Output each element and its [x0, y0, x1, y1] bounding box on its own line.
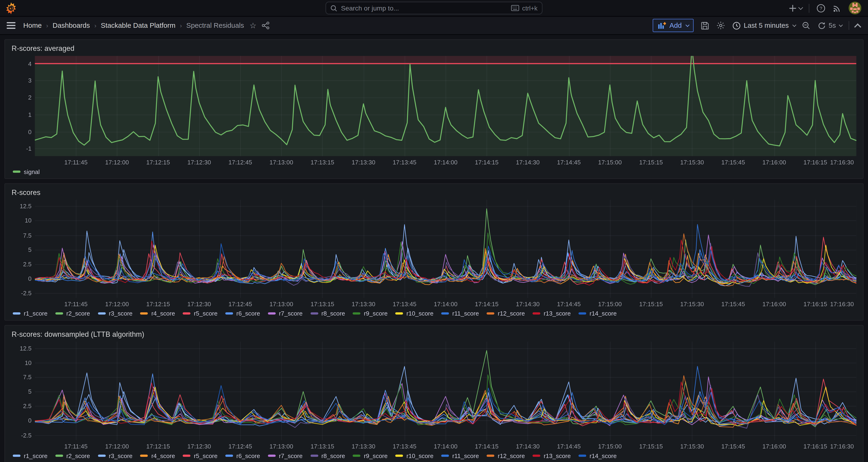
legend-item[interactable]: r9_score	[353, 453, 388, 459]
legend-item[interactable]: r11_score	[441, 453, 479, 459]
chevron-down-icon	[839, 23, 843, 27]
legend-item[interactable]: r10_score	[395, 453, 434, 459]
legend-item[interactable]: r10_score	[395, 310, 434, 317]
legend-item[interactable]: r1_score	[13, 453, 48, 459]
panel-title[interactable]: R-scores: averaged	[10, 43, 858, 54]
x-axis-label: 17:12:00	[105, 159, 129, 165]
legend-label: r3_score	[109, 453, 133, 459]
legend-item[interactable]: r13_score	[532, 453, 571, 459]
x-axis-label: 17:14:30	[516, 443, 540, 450]
panel-title[interactable]: R-scores	[10, 187, 858, 197]
save-dashboard-button[interactable]	[701, 21, 709, 30]
x-axis-label: 17:15:30	[680, 443, 704, 450]
x-axis-label: 17:16:15	[803, 301, 827, 307]
legend-item[interactable]: signal	[13, 168, 40, 175]
chart-r-scores-downsampled: r1_scorer2_scorer3_scorer4_scorer5_score…	[10, 339, 858, 461]
legend-item[interactable]: r4_score	[141, 453, 175, 459]
legend-item[interactable]: r9_score	[353, 310, 388, 317]
legend-swatch	[310, 455, 318, 457]
legend-swatch	[532, 312, 540, 314]
help-button[interactable]: ?	[816, 3, 825, 12]
legend-swatch	[13, 171, 21, 173]
legend-item[interactable]: r5_score	[183, 453, 218, 459]
x-axis-label: 17:13:00	[270, 443, 293, 450]
legend-item[interactable]: r6_score	[225, 310, 260, 317]
favorite-star-icon[interactable]: ☆	[249, 21, 256, 30]
legend-swatch	[13, 455, 21, 457]
svg-text:?: ?	[820, 6, 822, 11]
refresh-icon	[817, 21, 826, 30]
panel-r-scores: R-scores r1_scorer2_scorer3_scorer4_scor…	[4, 183, 864, 321]
legend-item[interactable]: r2_score	[55, 453, 90, 459]
legend-item[interactable]: r14_score	[579, 453, 617, 459]
refresh-button[interactable]: 5s	[817, 21, 841, 30]
dashboard-settings-button[interactable]	[716, 21, 725, 30]
x-axis-label: 17:15:00	[598, 301, 622, 307]
x-axis-label: 17:13:30	[351, 159, 375, 165]
legend-label: r7_score	[279, 453, 303, 459]
x-axis-label: 17:14:30	[516, 301, 540, 307]
legend-label: r8_score	[321, 310, 345, 317]
chevron-down-icon	[798, 5, 803, 9]
panel-title[interactable]: R-scores: downsampled (LTTB algorithm)	[10, 328, 858, 339]
news-button[interactable]	[833, 3, 841, 12]
share-icon[interactable]	[262, 22, 270, 29]
y-axis-label: 3	[10, 77, 31, 84]
x-axis-label: 17:12:45	[228, 301, 252, 307]
legend-item[interactable]: r8_score	[310, 453, 345, 459]
legend-item[interactable]: r8_score	[310, 310, 345, 317]
dashboard-toolbar: Home › Dashboards › Stackable Data Platf…	[0, 17, 868, 35]
legend-item[interactable]: r13_score	[532, 310, 571, 317]
plot-area[interactable]	[35, 342, 857, 440]
chart-r-scores-averaged: signal 43210-117:11:4517:12:0017:12:1517…	[10, 54, 858, 177]
time-range-picker[interactable]: Last 5 minutes	[732, 21, 795, 30]
x-axis-label: 17:12:15	[146, 159, 170, 165]
zoom-out-button[interactable]	[802, 21, 810, 30]
breadcrumb: Home › Dashboards › Stackable Data Platf…	[23, 22, 244, 29]
grafana-logo-icon[interactable]	[6, 2, 17, 14]
legend-item[interactable]: r6_score	[225, 453, 260, 459]
breadcrumb-separator: ›	[180, 22, 182, 29]
legend-item[interactable]: r12_score	[487, 453, 525, 459]
breadcrumb-folder[interactable]: Stackable Data Platform	[101, 22, 175, 29]
y-axis-label: 2	[10, 94, 31, 101]
legend-item[interactable]: r12_score	[487, 310, 525, 317]
user-avatar[interactable]	[849, 2, 862, 14]
breadcrumb-dashboards[interactable]: Dashboards	[53, 22, 90, 29]
plot-area[interactable]	[35, 56, 857, 156]
legend-item[interactable]: r2_score	[55, 310, 90, 317]
y-axis-label: -2.5	[10, 432, 31, 438]
legend-label: r6_score	[237, 310, 260, 317]
legend-label: r14_score	[590, 310, 617, 317]
legend-swatch	[441, 455, 449, 457]
y-axis-label: 2.5	[10, 260, 31, 267]
legend-item[interactable]: r1_score	[13, 310, 48, 317]
add-panel-button[interactable]: Add	[653, 19, 693, 32]
y-axis-label: 2.5	[10, 403, 31, 409]
legend-item[interactable]: r7_score	[268, 453, 303, 459]
legend-swatch	[441, 312, 449, 314]
legend-item[interactable]: r3_score	[98, 310, 132, 317]
chevron-down-icon	[792, 23, 796, 27]
x-axis-label: 17:12:15	[146, 301, 170, 307]
menu-toggle-button[interactable]	[6, 22, 16, 29]
legend-label: r9_score	[364, 310, 388, 317]
x-axis-label: 17:15:00	[598, 159, 622, 165]
legend-item[interactable]: r11_score	[441, 310, 479, 317]
y-axis-label: 7.5	[10, 374, 31, 380]
legend-item[interactable]: r4_score	[141, 310, 175, 317]
search-input[interactable]: Search or jump to... ctrl+k	[326, 2, 542, 14]
x-axis-label: 17:14:00	[434, 443, 458, 450]
legend-label: r14_score	[590, 453, 617, 459]
legend-item[interactable]: r5_score	[183, 310, 218, 317]
chart-legend: r1_scorer2_scorer3_scorer4_scorer5_score…	[13, 309, 617, 318]
legend-item[interactable]: r14_score	[579, 310, 617, 317]
legend-item[interactable]: r3_score	[98, 453, 132, 459]
x-axis-label: 17:14:45	[557, 443, 581, 450]
y-axis-label: 0	[10, 128, 31, 135]
plot-area[interactable]	[35, 200, 857, 298]
breadcrumb-home[interactable]: Home	[23, 22, 42, 29]
kiosk-caret-icon[interactable]	[854, 23, 861, 30]
new-item-button[interactable]	[789, 4, 802, 12]
legend-item[interactable]: r7_score	[268, 310, 303, 317]
